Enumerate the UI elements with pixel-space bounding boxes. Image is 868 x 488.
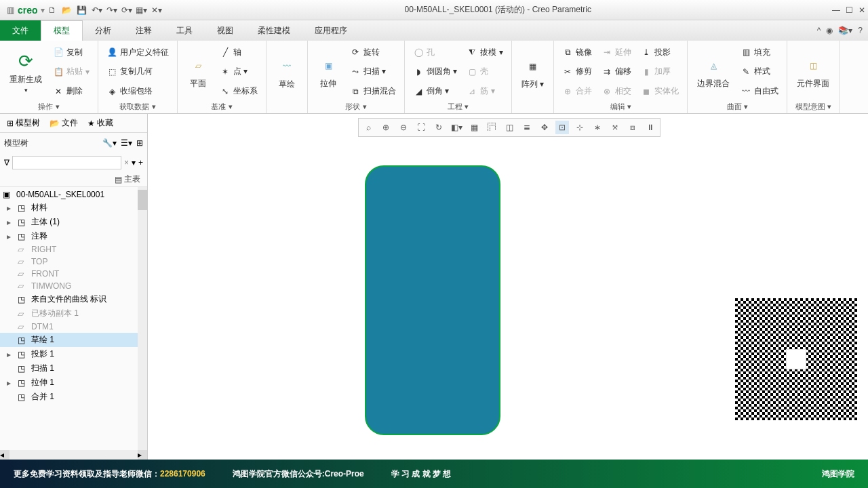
model-tree[interactable]: ▣00-M50ALL-_SKEL0001 ▸◳材料▸◳主体 (1)▸◳注释▱RI… [0,187,147,450]
solidify-button[interactable]: ◼实体化 [638,85,682,98]
tree-item[interactable]: ▸◳主体 (1) [0,215,147,229]
revolve-button[interactable]: ⟳旋转 [347,46,399,59]
spin-icon[interactable]: ↻ [432,121,446,134]
perspective-icon[interactable]: ◫ [502,121,516,134]
project-button[interactable]: ⤓投影 [638,46,682,59]
tree-item[interactable]: ▸◳注释 [0,229,147,243]
show-icon[interactable]: ☰▾ [121,138,132,148]
book-icon[interactable]: 📚▾ [838,26,852,35]
hole-button[interactable]: ◯孔 [410,46,460,59]
point-button[interactable]: ✶点 ▾ [217,65,260,78]
sidetab-fav[interactable]: ★收藏 [83,116,117,130]
sweep-button[interactable]: ⤳扫描 ▾ [347,65,399,78]
pattern-button[interactable]: ▦阵列 ▾ [517,43,548,102]
rib-button[interactable]: ⊿筋 ▾ [464,85,505,98]
round-button[interactable]: ◗倒圆角 ▾ [410,65,460,78]
extend-button[interactable]: ⇥延伸 [599,46,634,59]
open-icon[interactable]: 📂 [62,5,73,16]
intersect-button[interactable]: ⊗相交 [599,85,634,98]
shrinkwrap-button[interactable]: ◈收缩包络 [104,85,172,98]
scrollbar[interactable] [138,187,147,450]
tree-item[interactable]: ▸◳材料 [0,201,147,215]
regen-icon[interactable]: ⟳▾ [121,5,132,16]
shell-button[interactable]: ▢壳 [464,65,505,78]
plane-disp-icon[interactable]: ⧈ [626,121,639,134]
thicken-button[interactable]: ▮加厚 [638,65,682,78]
sidetab-file[interactable]: 📂文件 [45,116,82,130]
add-icon[interactable]: + [138,158,143,167]
tree-item[interactable]: ▱FRONT [0,268,147,280]
undo-icon[interactable]: ↶▾ [92,5,102,16]
zoom-in-icon[interactable]: ⊕ [379,121,393,134]
sweptblend-button[interactable]: ⧉扫描混合 [347,85,399,98]
regenerate-button[interactable]: ⟳ 重新生成▾ [5,43,46,100]
layers-icon[interactable]: ≣ [520,121,534,134]
columns-icon[interactable]: ⊞ [136,138,143,148]
close-button[interactable]: ✕ [859,5,865,15]
tree-item[interactable]: ▱TIMWONG [0,280,147,292]
copygeom-button[interactable]: ⬚复制几何 [104,65,172,78]
sketch-button[interactable]: 〰草绘 [272,43,302,102]
chamfer-button[interactable]: ◢倒角 ▾ [410,85,460,98]
sidetab-modeltree[interactable]: ⊞模型树 [3,116,44,130]
tab-apps[interactable]: 应用程序 [302,20,359,41]
table-icon[interactable]: ▤ [115,175,122,184]
clear-icon[interactable]: × [124,158,129,167]
zoom-out-icon[interactable]: ⊖ [397,121,410,134]
axis-disp-icon[interactable]: ⊹ [573,121,587,134]
refit-icon[interactable]: ⛶ [414,121,428,134]
canvas[interactable]: ⌕ ⊕ ⊖ ⛶ ↻ ◧▾ ▦ ⿸ ◫ ≣ ✥ ⊡ ⊹ ∗ ⤧ ⧈ ⏸ [148,114,868,460]
tab-analysis[interactable]: 分析 [83,20,123,41]
merge-button[interactable]: ⊕合并 [559,85,595,98]
tree-item[interactable]: ▱DTM1 [0,321,147,333]
offset-button[interactable]: ⇉偏移 [599,65,634,78]
view-mgr-icon[interactable]: ⿸ [485,121,498,134]
globe-icon[interactable]: ◉ [826,26,833,35]
tree-item[interactable]: ▱RIGHT [0,243,147,256]
zoom-fit-icon[interactable]: ⌕ [361,121,375,134]
style-button[interactable]: ✎样式 [738,65,781,78]
freeform-button[interactable]: 〰自由式 [738,85,781,98]
chevron-up-icon[interactable]: ^ [817,26,821,35]
file-menu[interactable]: 文件 [0,20,41,41]
point-disp-icon[interactable]: ∗ [591,121,604,134]
udf-button[interactable]: 👤用户定义特征 [104,46,172,59]
tab-view[interactable]: 视图 [205,20,245,41]
windows-icon[interactable]: ▦▾ [136,5,147,16]
pause-icon[interactable]: ⏸ [644,121,657,134]
save-icon[interactable]: 💾 [77,5,87,16]
tree-item[interactable]: ◳来自文件的曲线 标识 [0,292,147,306]
dropdown-icon[interactable]: ▾ [132,158,136,167]
delete-button[interactable]: ✕删除 [50,85,92,98]
settings-icon[interactable]: 🔧▾ [102,138,117,148]
close-icon[interactable]: ✕▾ [151,5,162,16]
draft-button[interactable]: ⧨拔模 ▾ [464,46,505,59]
tab-tools[interactable]: 工具 [164,20,205,41]
boundary-button[interactable]: ◬边界混合 [693,43,734,100]
tree-item[interactable]: ◳扫描 1 [0,361,147,375]
tab-model[interactable]: 模型 [41,20,83,41]
help-icon[interactable]: ? [858,26,863,35]
tree-item[interactable]: ◳草绘 1 [0,333,147,347]
trim-button[interactable]: ✂修剪 [559,65,595,78]
fill-button[interactable]: ▥填充 [738,46,781,59]
compif-button[interactable]: ◫元件界面 [793,43,833,100]
tab-annotate[interactable]: 注释 [123,20,164,41]
copy-button[interactable]: 📄复制 [50,46,92,59]
tree-item[interactable]: ◳合并 1 [0,390,147,404]
plane-button[interactable]: ▱平面 [183,43,213,100]
paste-button[interactable]: 📋粘贴 ▾ [50,65,92,78]
model-surface[interactable] [365,165,500,435]
csys-button[interactable]: ⤡坐标系 [217,85,260,98]
mirror-button[interactable]: ⧉镜像 [559,46,595,59]
axis-button[interactable]: ╱轴 [217,46,260,59]
tree-item[interactable]: ▸◳拉伸 1 [0,375,147,390]
minimize-button[interactable]: — [832,5,840,15]
annot-icon[interactable]: ✥ [538,121,551,134]
redo-icon[interactable]: ↷▾ [106,5,117,16]
filter-input[interactable] [12,156,121,169]
maximize-button[interactable]: ☐ [846,5,853,15]
datum-disp-icon[interactable]: ⊡ [555,121,569,134]
tree-item[interactable]: ▸◳投影 1 [0,347,147,361]
filter-icon[interactable]: ∇ [4,158,9,167]
